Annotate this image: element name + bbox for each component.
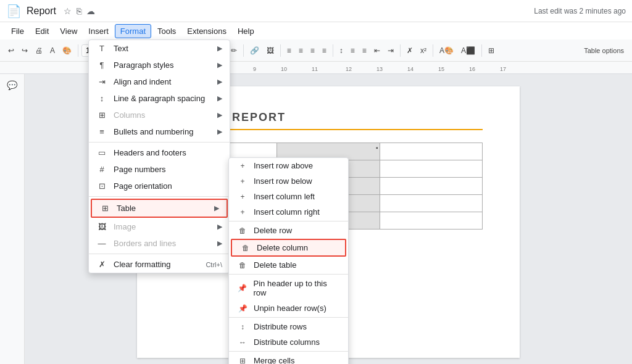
line-spacing-button[interactable]: ↕ (336, 44, 346, 57)
insert-row-below-icon: + (238, 177, 247, 186)
table-delete-table[interactable]: 🗑 Delete table (229, 257, 348, 273)
format-menu-table-wrapper: ⊞ Table ▶ (91, 199, 228, 218)
insert-col-right-label: Insert column right (254, 207, 320, 217)
table-delete-column[interactable]: 🗑 Delete column (232, 240, 345, 255)
table-options-button[interactable]: Table options (581, 45, 627, 56)
distribute-cols-icon: ↔ (238, 338, 247, 347)
line-spacing-label: Line & paragraph spacing (114, 94, 205, 103)
table-distribute-cols[interactable]: ↔ Distribute columns (229, 334, 348, 350)
menu-file[interactable]: File (6, 25, 29, 38)
menu-edit[interactable]: Edit (30, 25, 54, 38)
menu-bar: File Edit View Insert Format Tools Exten… (0, 22, 632, 39)
format-menu-borders[interactable]: — Borders and lines ▶ (89, 235, 230, 252)
format-menu-align-indent[interactable]: ⇥ Align and indent ▶ (89, 73, 230, 90)
format-menu-bullets[interactable]: ≡ Bullets and numbering ▶ (89, 123, 230, 140)
toolbar-separator-8 (433, 44, 433, 57)
menu-view[interactable]: View (55, 25, 82, 38)
insert-col-right-icon: + (238, 208, 247, 217)
unpin-header-icon: 📌 (238, 304, 247, 313)
menu-help[interactable]: Help (233, 25, 259, 38)
format-menu-divider-1 (89, 142, 230, 143)
align-right-button[interactable]: ≡ (307, 44, 318, 57)
text-color-button[interactable]: A🎨 (436, 44, 457, 57)
menu-tools[interactable]: Tools (152, 25, 181, 38)
page-orientation-icon: ⊡ (96, 181, 107, 191)
table-item-label: Table (117, 204, 136, 213)
format-menu-clear[interactable]: ✗ Clear formatting Ctrl+\ (89, 256, 230, 273)
bookmark-icon[interactable]: ⎘ (77, 6, 81, 16)
star-icon[interactable]: ☆ (64, 6, 72, 16)
toolbar-separator-4 (243, 44, 244, 57)
highlight-color-button[interactable]: A⬛ (458, 44, 478, 57)
insert-col-left-label: Insert column left (254, 192, 315, 201)
columns-label: Columns (114, 110, 145, 120)
ruler-label-9: 9 (253, 66, 256, 72)
table-insert-row-below[interactable]: + Insert row below (229, 173, 348, 189)
align-center-button[interactable]: ≡ (296, 44, 306, 57)
link-button[interactable]: 🔗 (247, 44, 262, 57)
merge-cells-label: Merge cells (254, 356, 294, 364)
format-menu-paragraph-styles[interactable]: ¶ Paragraph styles ▶ (89, 57, 230, 73)
image-button[interactable]: 🖼 (264, 44, 277, 57)
format-menu-headers[interactable]: ▭ Headers and footers (89, 144, 230, 161)
table-insert-col-right[interactable]: + Insert column right (229, 204, 348, 220)
align-left-button[interactable]: ≡ (284, 44, 294, 57)
menu-extensions[interactable]: Extensions (182, 25, 231, 38)
clear-format-button[interactable]: ✗ (404, 44, 416, 57)
table-insert-col-left[interactable]: + Insert column left (229, 189, 348, 204)
redo-button[interactable]: ↪ (19, 44, 31, 57)
text-item-label: Text (114, 44, 128, 53)
image-item-arrow: ▶ (217, 223, 222, 231)
undo-button[interactable]: ↩ (5, 44, 17, 57)
indent-more-button[interactable]: ⇥ (385, 44, 397, 57)
paragraph-styles-icon: ¶ (96, 60, 107, 70)
numbered-list-button[interactable]: ≡ (359, 44, 370, 57)
ruler-label-12: 12 (346, 66, 352, 72)
align-indent-icon: ⇥ (96, 77, 107, 86)
list-button[interactable]: ≡ (347, 44, 358, 57)
table-resize-handle[interactable]: ▪ (376, 144, 378, 151)
table-delete-row[interactable]: 🗑 Delete row (229, 223, 348, 238)
print-button[interactable]: 🖨 (32, 44, 46, 57)
paragraph-styles-label: Paragraph styles (114, 60, 174, 70)
format-menu-text[interactable]: T Text ▶ (89, 40, 230, 57)
paint-format-button[interactable]: 🎨 (59, 44, 75, 57)
indent-less-button[interactable]: ⇤ (371, 44, 383, 57)
ruler-label-14: 14 (407, 66, 414, 72)
menu-format[interactable]: Format (115, 24, 151, 38)
format-menu-image[interactable]: 🖼 Image ▶ (89, 218, 230, 235)
table-sub-divider-3 (229, 317, 348, 318)
pin-header-label: Pin header up to this row (254, 279, 339, 297)
headers-label: Headers and footers (114, 148, 186, 157)
table-pin-header[interactable]: 📌 Pin header up to this row (229, 276, 348, 300)
table-distribute-rows[interactable]: ↕ Distribute rows (229, 319, 348, 334)
insert-table-button[interactable]: ⊞ (485, 44, 497, 57)
spell-check-button[interactable]: A (47, 44, 58, 57)
table-sub-divider-2 (229, 274, 348, 275)
pin-header-icon: 📌 (238, 284, 247, 292)
table-unpin-header[interactable]: 📌 Unpin header row(s) (229, 300, 348, 316)
superscript-button[interactable]: x² (417, 44, 430, 57)
toolbar-separator-7 (400, 44, 401, 57)
bullets-arrow: ▶ (217, 128, 222, 136)
doc-icon: 📄 (6, 4, 22, 19)
cloud-icon[interactable]: ☁ (86, 6, 95, 16)
image-item-icon: 🖼 (96, 222, 107, 231)
sidebar-comments-icon[interactable]: 💬 (7, 80, 17, 90)
columns-icon: ⊞ (96, 110, 107, 120)
format-menu-page-numbers[interactable]: # Page numbers (89, 161, 230, 178)
menu-insert[interactable]: Insert (83, 25, 114, 38)
format-menu-columns[interactable]: ⊞ Columns ▶ (89, 107, 230, 123)
table-insert-row-above[interactable]: + Insert row above (229, 158, 348, 173)
merge-cells-icon: ⊞ (238, 357, 247, 365)
justify-button[interactable]: ≡ (319, 44, 330, 57)
table-merge-cells[interactable]: ⊞ Merge cells (229, 353, 348, 364)
format-menu-table[interactable]: ⊞ Table ▶ (92, 200, 227, 217)
text-item-icon: T (96, 44, 107, 53)
paragraph-styles-arrow: ▶ (217, 61, 222, 69)
insert-row-above-icon: + (238, 162, 247, 170)
format-menu-page-orientation[interactable]: ⊡ Page orientation (89, 178, 230, 194)
format-menu-line-spacing[interactable]: ↕ Line & paragraph spacing ▶ (89, 90, 230, 107)
bullets-icon: ≡ (96, 127, 107, 136)
columns-arrow: ▶ (217, 111, 222, 119)
